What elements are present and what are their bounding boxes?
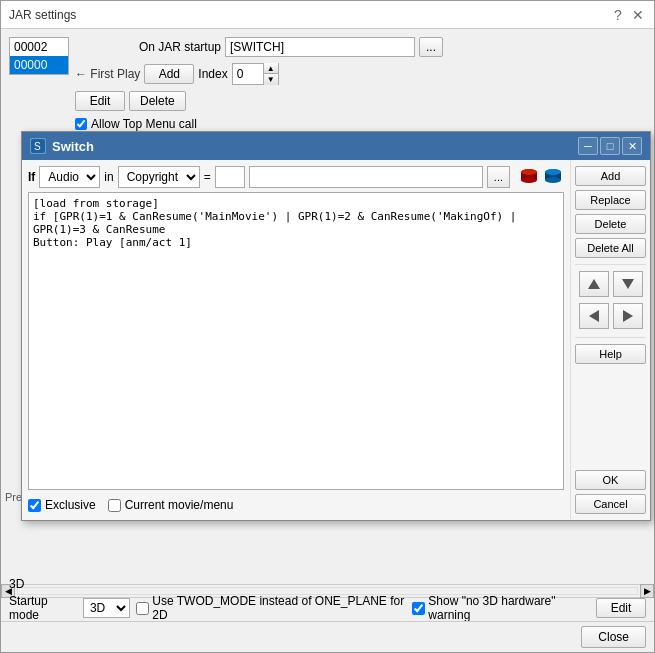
- in-label: in: [104, 170, 113, 184]
- switch-cancel-button[interactable]: Cancel: [575, 494, 646, 514]
- index-spinner: ▲ ▼: [232, 63, 279, 85]
- add-button[interactable]: Add: [144, 64, 194, 84]
- switch-titlebar: S Switch ─ □ ✕: [22, 132, 650, 160]
- allow-top-menu-checkbox[interactable]: [75, 118, 87, 130]
- current-movie-text: Current movie/menu: [125, 498, 234, 512]
- switch-right-panel: Add Replace Delete Delete All: [570, 160, 650, 520]
- left-right-row: [575, 303, 646, 329]
- move-left-button[interactable]: [579, 303, 609, 329]
- svg-marker-12: [589, 310, 599, 322]
- twod-mode-label[interactable]: Use TWOD_MODE instead of ONE_PLANE for 2…: [136, 594, 406, 622]
- db-icons-area: [518, 166, 564, 188]
- value-short-input[interactable]: [215, 166, 245, 188]
- index-item-00002[interactable]: 00002: [10, 38, 68, 56]
- switch-app-icon: S: [30, 138, 46, 154]
- svg-text:S: S: [34, 141, 41, 152]
- jar-bottom-bar: Close: [1, 621, 654, 652]
- switch-bottom-row: Exclusive Current movie/menu: [28, 494, 564, 514]
- value-ellipsis-button[interactable]: ...: [487, 166, 510, 188]
- jar-titlebar-buttons: ? ✕: [610, 7, 646, 23]
- switch-help-button[interactable]: Help: [575, 344, 646, 364]
- first-play-row: ← First Play Add Index ▲ ▼: [75, 63, 443, 85]
- three-d-title: 3D: [9, 577, 646, 591]
- move-up-button[interactable]: [579, 271, 609, 297]
- startup-mode-label: Startup mode: [9, 594, 77, 622]
- switch-delete-all-button[interactable]: Delete All: [575, 238, 646, 258]
- startup-mode-select[interactable]: 3D 2D: [83, 598, 130, 618]
- switch-dialog: S Switch ─ □ ✕ If Audio Video: [21, 131, 651, 521]
- first-play-label: ← First Play: [75, 67, 140, 81]
- switch-minimize-button[interactable]: ─: [578, 137, 598, 155]
- exclusive-text: Exclusive: [45, 498, 96, 512]
- svg-point-4: [521, 177, 537, 183]
- svg-point-9: [545, 169, 561, 175]
- switch-title-left: S Switch: [30, 138, 94, 154]
- up-down-row: [575, 271, 646, 297]
- switch-replace-button[interactable]: Replace: [575, 190, 646, 210]
- edit-button[interactable]: Edit: [75, 91, 125, 111]
- delete-button[interactable]: Delete: [129, 91, 186, 111]
- switch-titlebar-buttons: ─ □ ✕: [578, 137, 642, 155]
- index-item-00000[interactable]: 00000: [10, 56, 68, 74]
- spacer: [575, 368, 646, 466]
- current-movie-checkbox[interactable]: [108, 499, 121, 512]
- twod-mode-text: Use TWOD_MODE instead of ONE_PLANE for 2…: [152, 594, 406, 622]
- close-window-button[interactable]: Close: [581, 626, 646, 648]
- spinner-arrows: ▲ ▼: [263, 63, 278, 85]
- switch-maximize-button[interactable]: □: [600, 137, 620, 155]
- allow-top-menu-text: Allow Top Menu call: [91, 117, 197, 131]
- startup-ellipsis-button[interactable]: ...: [419, 37, 443, 57]
- allow-top-menu-label[interactable]: Allow Top Menu call: [75, 117, 443, 131]
- current-movie-label[interactable]: Current movie/menu: [108, 498, 234, 512]
- switch-title: Switch: [52, 139, 94, 154]
- jar-close-button[interactable]: ✕: [630, 7, 646, 23]
- db-icon-1: [518, 166, 540, 188]
- jar-help-button[interactable]: ?: [610, 7, 626, 23]
- spinner-down[interactable]: ▼: [264, 74, 278, 85]
- spinner-up[interactable]: ▲: [264, 63, 278, 74]
- switch-add-button[interactable]: Add: [575, 166, 646, 186]
- switch-delete-button[interactable]: Delete: [575, 214, 646, 234]
- index-row: Index ▲ ▼: [198, 63, 278, 85]
- svg-marker-11: [622, 279, 634, 289]
- no-3d-warning-label[interactable]: Show "no 3D hardware" warning: [412, 594, 590, 622]
- index-value-input[interactable]: [233, 65, 263, 83]
- equals-label: =: [204, 170, 211, 184]
- startup-label: On JAR startup: [139, 40, 221, 54]
- divider-2: [575, 337, 646, 338]
- three-d-row: Startup mode 3D 2D Use TWOD_MODE instead…: [9, 594, 646, 622]
- if-row: If Audio Video in Copyright = ...: [28, 166, 564, 188]
- switch-close-button[interactable]: ✕: [622, 137, 642, 155]
- switch-body: If Audio Video in Copyright = ...: [22, 160, 650, 520]
- code-text-area[interactable]: [load from storage] if [GPR(1)=1 & CanRe…: [28, 192, 564, 490]
- jar-title: JAR settings: [9, 8, 76, 22]
- no-3d-warning-text: Show "no 3D hardware" warning: [428, 594, 590, 622]
- move-right-button[interactable]: [613, 303, 643, 329]
- jar-settings-window: JAR settings ? ✕ 00002 00000 On JAR star…: [0, 0, 655, 653]
- no-3d-warning-checkbox[interactable]: [412, 602, 425, 615]
- svg-point-8: [545, 177, 561, 183]
- pre-label: Pre: [5, 491, 22, 503]
- exclusive-label[interactable]: Exclusive: [28, 498, 96, 512]
- startup-input[interactable]: [225, 37, 415, 57]
- copyright-select[interactable]: Copyright: [118, 166, 200, 188]
- three-d-section: 3D Startup mode 3D 2D Use TWOD_MODE inst…: [9, 577, 646, 622]
- audio-select[interactable]: Audio Video: [39, 166, 100, 188]
- index-list: 00002 00000: [9, 37, 69, 75]
- move-down-button[interactable]: [613, 271, 643, 297]
- svg-point-5: [521, 169, 537, 175]
- three-d-edit-button[interactable]: Edit: [596, 598, 646, 618]
- switch-main-area: If Audio Video in Copyright = ...: [22, 160, 570, 520]
- svg-marker-13: [623, 310, 633, 322]
- divider-1: [575, 264, 646, 265]
- db-icon-2: [542, 166, 564, 188]
- jar-titlebar: JAR settings ? ✕: [1, 1, 654, 29]
- value-long-input[interactable]: [249, 166, 483, 188]
- twod-mode-checkbox[interactable]: [136, 602, 149, 615]
- svg-marker-10: [588, 279, 600, 289]
- exclusive-checkbox[interactable]: [28, 499, 41, 512]
- index-label: Index: [198, 67, 227, 81]
- switch-ok-button[interactable]: OK: [575, 470, 646, 490]
- if-label: If: [28, 170, 35, 184]
